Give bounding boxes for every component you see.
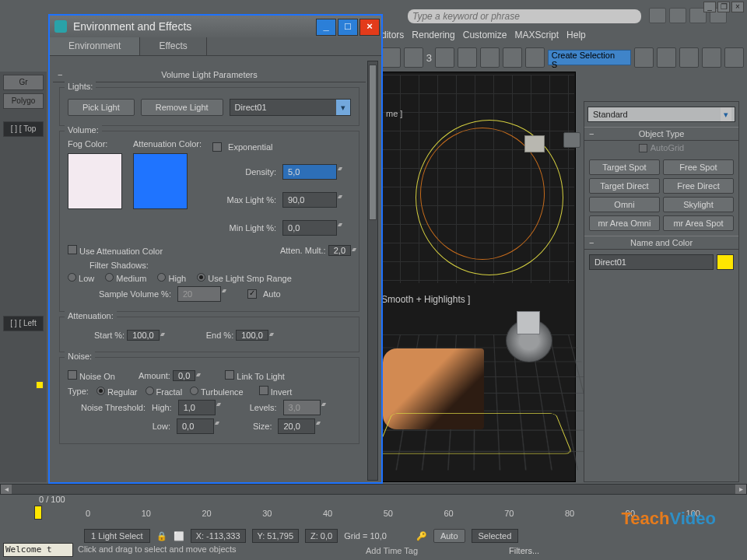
btn-skylight[interactable]: Skylight	[663, 197, 734, 212]
tool-icon[interactable]	[724, 47, 744, 68]
dialog-scrollbar[interactable]	[367, 61, 378, 481]
menu-editors[interactable]: ditors	[381, 30, 404, 45]
tool-icon[interactable]	[458, 47, 477, 68]
category-dropdown[interactable]: Standard	[587, 107, 735, 122]
atten-color-swatch[interactable]	[133, 153, 188, 209]
rollup-volume-light[interactable]: Volume Light Parameters	[53, 68, 366, 82]
close-button[interactable]: ×	[731, 2, 744, 12]
fog-color-swatch[interactable]	[68, 153, 122, 209]
tool-icon[interactable]	[381, 47, 401, 68]
auto-sample-checkbox[interactable]	[247, 289, 257, 299]
noise-invert-checkbox[interactable]	[259, 386, 268, 395]
scrollbar-thumb[interactable]	[369, 65, 377, 220]
minimize-button[interactable]: _	[703, 2, 716, 12]
tool-icon[interactable]	[702, 47, 721, 68]
btn-free-direct[interactable]: Free Direct	[663, 178, 734, 194]
rollout-object-type[interactable]: Object Type	[584, 127, 738, 141]
key-icon[interactable]: 🔑	[416, 531, 427, 541]
density-spinner[interactable]: 5,0	[282, 164, 337, 180]
binoculars-icon[interactable]	[649, 8, 666, 23]
btn-free-spot[interactable]: Free Spot	[663, 159, 734, 175]
light-select-dropdown[interactable]: Direct01	[230, 99, 351, 116]
tool-icon[interactable]	[679, 47, 699, 68]
dialog-close-button[interactable]: ×	[359, 19, 380, 36]
pick-light-button[interactable]: Pick Light	[68, 99, 135, 116]
selection-set-dropdown[interactable]: Create Selection S	[548, 50, 632, 65]
noise-size-spinner[interactable]: 20,0	[278, 418, 315, 434]
noise-high-spinner[interactable]: 1,0	[178, 400, 216, 415]
noise-on-checkbox[interactable]	[68, 370, 77, 380]
key-mode-dropdown[interactable]: Selected	[472, 529, 519, 543]
object-color-swatch[interactable]	[717, 254, 734, 270]
viewport-top-label[interactable]: [ ] [ Top	[3, 121, 44, 137]
tool-icon[interactable]	[480, 47, 500, 68]
tool-icon[interactable]	[435, 47, 454, 68]
tab-environment[interactable]: Environment	[50, 37, 140, 55]
viewport-label-top[interactable]: me ]	[386, 109, 402, 118]
scroll-right-icon[interactable]: ▸	[735, 485, 746, 494]
filter-smp-radio[interactable]	[197, 273, 205, 282]
viewcube[interactable]	[524, 135, 545, 152]
noise-low-spinner[interactable]: 0,0	[177, 418, 214, 434]
viewport-label-persp[interactable]: Smooth + Highlights ]	[381, 294, 470, 305]
maxlight-spinner[interactable]: 90,0	[282, 192, 337, 208]
menu-maxscript[interactable]: MAXScript	[514, 30, 559, 45]
left-tab[interactable]: Polygo	[3, 93, 44, 109]
noise-turbulence-radio[interactable]	[190, 387, 198, 395]
dialog-maximize-button[interactable]: □	[338, 19, 358, 36]
atten-start-spinner[interactable]: 100,0	[127, 330, 160, 341]
coord-z[interactable]: Z: 0,0	[305, 529, 338, 543]
menu-customize[interactable]: Customize	[463, 30, 507, 45]
selection-marker	[36, 381, 44, 389]
filter-high-radio[interactable]	[157, 273, 166, 282]
lock-icon[interactable]: 🔒	[156, 531, 167, 541]
tool-icon[interactable]	[503, 47, 522, 68]
viewport-left-label[interactable]: [ ] [ Left	[3, 316, 44, 331]
tool-icon[interactable]	[657, 47, 676, 68]
autogrid-checkbox[interactable]	[639, 144, 647, 152]
subcat-icon[interactable]	[563, 132, 580, 148]
exponential-checkbox[interactable]	[212, 142, 222, 152]
noise-amount-spinner[interactable]: 0,0	[173, 370, 195, 381]
btn-mr-area-omni[interactable]: mr Area Omni	[589, 215, 660, 231]
filter-low-radio[interactable]	[68, 273, 76, 282]
coord-toggle-icon[interactable]: ⬜	[174, 531, 184, 541]
noise-regular-radio[interactable]	[96, 387, 105, 395]
attmult-spinner[interactable]: 2,0	[328, 245, 351, 256]
btn-omni[interactable]: Omni	[589, 197, 660, 212]
tab-effects[interactable]: Effects	[140, 37, 206, 55]
noise-fractal-radio[interactable]	[146, 387, 154, 395]
scroll-left-icon[interactable]: ◂	[1, 485, 12, 494]
btn-target-direct[interactable]: Target Direct	[589, 178, 660, 194]
dialog-titlebar[interactable]: Environment and Effects _ □ ×	[50, 16, 381, 37]
menu-help[interactable]: Help	[566, 30, 586, 45]
remove-light-button[interactable]: Remove Light	[141, 99, 223, 116]
maxscript-listener[interactable]: Welcome t	[3, 543, 73, 557]
object-name-input[interactable]	[589, 254, 714, 270]
auto-key-button[interactable]: Auto	[433, 529, 465, 543]
coord-x[interactable]: X: -113,333	[191, 529, 246, 543]
magnifier-icon[interactable]	[669, 8, 686, 23]
viewcube-persp[interactable]	[517, 311, 540, 334]
left-tab[interactable]: Gr	[3, 75, 44, 90]
dialog-minimize-button[interactable]: _	[316, 19, 336, 36]
viewport-hscroll[interactable]: ◂ ▸	[0, 484, 747, 495]
menu-rendering[interactable]: Rendering	[412, 30, 454, 45]
tool-icon[interactable]	[634, 47, 654, 68]
restore-button[interactable]: ❐	[717, 2, 730, 12]
filter-medium-radio[interactable]	[105, 273, 114, 282]
use-atten-checkbox[interactable]	[68, 245, 77, 254]
tool-icon[interactable]	[404, 47, 423, 68]
dialog-title: Environment and Effects	[73, 20, 191, 33]
atten-end-spinner[interactable]: 100,0	[236, 330, 268, 341]
coord-y[interactable]: Y: 51,795	[252, 529, 300, 543]
minlight-spinner[interactable]: 0,0	[282, 220, 337, 236]
rollout-name-color[interactable]: Name and Color	[584, 236, 738, 250]
btn-mr-area-spot[interactable]: mr Area Spot	[663, 215, 734, 231]
link-light-checkbox[interactable]	[225, 370, 234, 380]
btn-target-spot[interactable]: Target Spot	[589, 159, 660, 175]
key-filters[interactable]: Filters...	[509, 546, 539, 555]
tool-icon[interactable]	[525, 47, 545, 68]
add-time-tag[interactable]: Add Time Tag	[366, 546, 418, 555]
global-search-input[interactable]: Type a keyword or phrase	[408, 9, 641, 23]
